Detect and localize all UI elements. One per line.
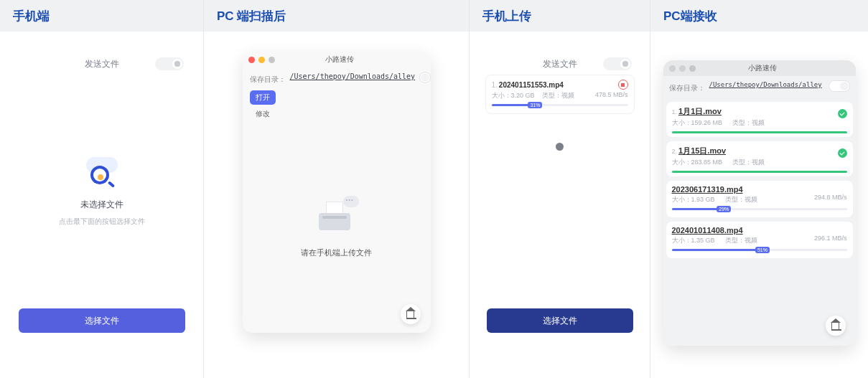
sun-icon	[622, 61, 628, 67]
empty-title: 未选择文件	[80, 199, 123, 211]
column-mobile-upload: 手机上传 发送文件 1. 202401151553.mp4 大小：3.20 GB	[470, 0, 650, 378]
save-dir-label: 保存目录：	[669, 80, 705, 93]
upload-speed: 478.5 MB/s	[595, 91, 628, 98]
download-speed: 294.8 MB/s	[814, 194, 847, 201]
column-header: 手机上传	[470, 0, 650, 32]
window-close-icon[interactable]	[248, 57, 255, 63]
column-mobile-send: 手机端 发送文件 未选择文件 点击最下面的按钮选择文件 选择文件	[0, 0, 204, 378]
sun-icon	[421, 73, 429, 82]
modify-button[interactable]: 修改	[250, 108, 431, 121]
window-zoom-icon[interactable]	[689, 65, 696, 72]
theme-toggle[interactable]	[155, 57, 184, 70]
file-size: 3.20 GB	[511, 92, 535, 99]
file-type: 视频	[752, 119, 765, 126]
window-zoom-icon[interactable]	[269, 57, 275, 63]
file-type-label: 类型：	[542, 92, 561, 99]
stop-upload-icon[interactable]	[618, 80, 628, 90]
download-speed: 296.1 MB/s	[814, 235, 847, 242]
window-title: 小路速传	[696, 63, 830, 73]
progress-percent: 51%	[755, 247, 770, 253]
progress-percent: 29%	[717, 206, 731, 212]
column-pc-scan: PC 端扫描后 小路速传 保存目录： /Users/thepoy/Downloa…	[204, 0, 470, 378]
file-name[interactable]: 1月1日.mov	[678, 106, 722, 117]
column-header: PC 端扫描后	[204, 0, 469, 32]
home-icon	[831, 322, 839, 330]
window-close-icon[interactable]	[669, 65, 676, 72]
upload-illustration-icon	[312, 196, 362, 239]
home-icon	[406, 311, 414, 318]
progress-bar	[672, 208, 723, 210]
column-pc-receive: PC端接收 小路速传 保存目录： /Users/thepoy/Downloads…	[650, 0, 868, 378]
file-size-label: 大小：	[492, 92, 511, 99]
file-type: 视频	[745, 237, 757, 244]
choose-file-button[interactable]: 选择文件	[19, 308, 185, 333]
theme-toggle[interactable]	[603, 57, 632, 70]
choose-file-button[interactable]: 选择文件	[487, 308, 633, 333]
upload-file-row: 1. 202401151553.mp4 大小：3.20 GB 类型：视频 478…	[485, 75, 635, 114]
pc-receive-window: 小路速传 保存目录： /Users/thepoy/Downloads/alley…	[663, 60, 856, 346]
progress-percent: 31%	[528, 102, 542, 108]
progress-bar	[672, 249, 761, 251]
receive-file-row: 202401011408.mp4大小：1.35 GB类型：视频296.1 MB/…	[666, 222, 853, 258]
file-index: 1.	[672, 108, 678, 115]
file-name: 202401151553.mp4	[499, 81, 618, 89]
mobile-upload-title: 发送文件	[517, 58, 603, 70]
column-header: PC端接收	[650, 0, 868, 32]
window-minimize-icon[interactable]	[679, 65, 686, 72]
file-type: 视频	[561, 92, 574, 99]
check-complete-icon	[838, 109, 847, 118]
theme-toggle[interactable]	[419, 72, 431, 83]
receive-file-row: 1.1月1日.mov大小：159.26 MB类型：视频	[666, 102, 853, 137]
file-size: 1.93 GB	[691, 196, 715, 203]
file-index: 1.	[492, 81, 498, 89]
file-index: 2.	[672, 148, 678, 155]
check-complete-icon	[838, 148, 847, 158]
sun-icon	[840, 82, 849, 90]
file-size: 159.26 MB	[691, 119, 723, 126]
mobile-upload-card: 发送文件 1. 202401151553.mp4 大小：3.20 GB 类型：视…	[481, 52, 639, 339]
open-button[interactable]: 打开	[250, 90, 276, 105]
file-name[interactable]: 1月15日.mov	[678, 146, 726, 156]
file-size: 283.85 MB	[691, 159, 723, 166]
receive-file-row: 202306171319.mp4大小：1.93 GB类型：视频294.8 MB/…	[666, 181, 853, 217]
file-name[interactable]: 202306171319.mp4	[672, 185, 743, 194]
receive-file-row: 2.1月15日.mov大小：283.85 MB类型：视频	[666, 141, 853, 176]
save-dir-path[interactable]: /Users/thepoy/Downloads/alley	[709, 80, 824, 90]
file-size-label: 大小：	[672, 196, 691, 203]
pc-empty-text: 请在手机端上传文件	[301, 247, 372, 258]
file-type-label: 类型：	[725, 237, 745, 244]
file-size-label: 大小：	[672, 159, 691, 166]
loading-indicator-icon	[556, 143, 564, 151]
file-name[interactable]: 202401011408.mp4	[672, 226, 743, 235]
progress-bar	[672, 171, 847, 173]
window-title: 小路速传	[275, 55, 405, 65]
window-minimize-icon[interactable]	[258, 57, 265, 63]
search-illustration-icon	[82, 153, 122, 193]
home-button[interactable]	[826, 316, 846, 336]
progress-bar	[672, 131, 847, 133]
file-size-label: 大小：	[672, 119, 691, 126]
pc-scan-window: 小路速传 保存目录： /Users/thepoy/Downloads/alley…	[243, 52, 431, 333]
file-size-label: 大小：	[672, 237, 691, 244]
sun-icon	[174, 61, 180, 67]
file-size: 1.35 GB	[691, 237, 715, 244]
column-header: 手机端	[0, 0, 203, 32]
save-dir-path[interactable]: /Users/thepoy/Downloads/alley	[290, 72, 416, 82]
file-type: 视频	[745, 196, 757, 203]
mobile-send-card: 发送文件 未选择文件 点击最下面的按钮选择文件 选择文件	[13, 52, 191, 339]
file-type-label: 类型：	[725, 196, 745, 203]
save-dir-label: 保存目录：	[250, 72, 286, 85]
empty-subtitle: 点击最下面的按钮选择文件	[59, 217, 145, 227]
home-button[interactable]	[401, 304, 421, 324]
file-type-label: 类型：	[732, 159, 752, 166]
file-type-label: 类型：	[732, 119, 752, 126]
file-type: 视频	[752, 159, 765, 166]
theme-toggle[interactable]	[829, 80, 850, 92]
mobile-send-title: 发送文件	[49, 58, 155, 70]
